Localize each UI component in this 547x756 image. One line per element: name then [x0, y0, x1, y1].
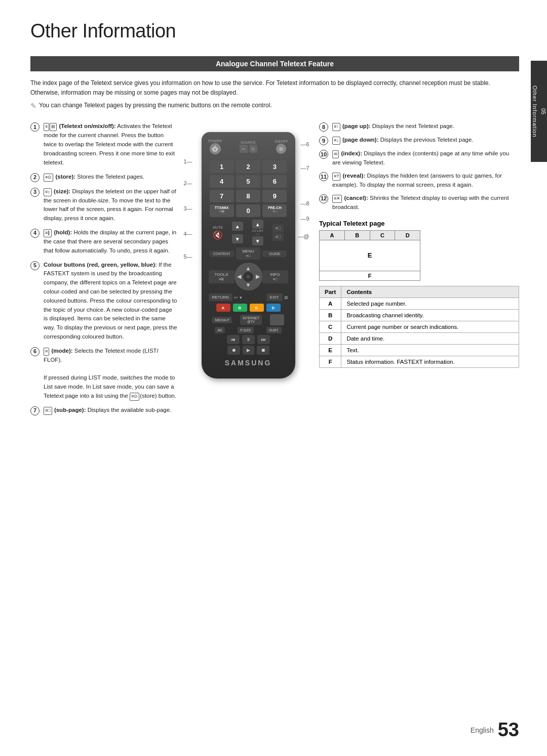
right-bullet-num-11: 11 — [319, 172, 328, 181]
bullet-num-4: 4 — [30, 229, 40, 238]
part-f: F — [320, 356, 341, 367]
source-label: SOURCE — [241, 141, 256, 144]
extra-btn-1[interactable]: ≡□ — [272, 224, 284, 232]
internet-btn[interactable]: INTERNET@TV — [240, 315, 262, 325]
side-tab: 05 Other Information — [531, 61, 547, 162]
return-btn[interactable]: RETURN — [209, 293, 232, 301]
list-item: 9 ≡↓ (page down): Displays the previous … — [319, 136, 519, 145]
vol-down[interactable]: ▼ — [232, 234, 243, 243]
teletext-cell-b: B — [345, 231, 370, 240]
list-item: 11 ≡? (reveal): Displays the hidden text… — [319, 172, 519, 190]
vol-up[interactable]: ▲ — [232, 222, 243, 231]
right-bullet-num-10: 10 — [319, 150, 328, 159]
list-item: 8 ≡↑ (page up): Displays the next Telete… — [319, 122, 519, 132]
btn-3[interactable]: 3 — [262, 160, 287, 173]
footer-english: English — [471, 726, 494, 734]
color-buttons: A B C D — [210, 304, 287, 312]
menu-btn[interactable]: MENU≡□ — [236, 247, 260, 260]
list-item: 7 ≡□ (sub-page): Displays the available … — [30, 406, 177, 415]
list-item: 3 ≡↕ (size): Displays the teletext on th… — [30, 187, 177, 223]
color-btn-c[interactable]: C — [250, 304, 264, 312]
btn-2[interactable]: 2 — [236, 160, 260, 173]
teletext-body: E — [320, 240, 420, 271]
btn-5[interactable]: 5 — [236, 175, 260, 188]
list-item: 12 ≡✕ (cancel): Shrinks the Teletext dis… — [319, 194, 519, 212]
ch-with-list: ▲ CH LIST≡⊙ ▼ — [252, 220, 263, 245]
bullet-num-5: 5 — [30, 261, 40, 270]
nav-row: TOOLS≡⊞ ▲ ▼ ◀ ▶ ⊡ INFO≡□ — [209, 261, 288, 292]
info-btn[interactable]: INFO≡□ — [262, 270, 288, 283]
bullet-num-2: 2 — [30, 173, 40, 182]
table-row: D Date and time. — [320, 332, 519, 344]
rewind-btn[interactable]: ⏮ — [227, 335, 240, 344]
list-item: 6 ≡ (mode): Selects the Teletext mode (L… — [30, 347, 177, 401]
col-header-contents: Contents — [341, 286, 519, 298]
btn-prech[interactable]: PRE-CH≡□ — [262, 204, 287, 217]
btn-8[interactable]: 8 — [236, 190, 260, 202]
tools-btn[interactable]: TOOLS≡⊞ — [209, 270, 235, 283]
power-button[interactable]: ⏻ — [210, 143, 221, 154]
guide-btn[interactable]: GUIDE — [262, 250, 287, 257]
onoff-button[interactable]: ◎ — [276, 144, 286, 154]
table-row: A Selected page number. — [320, 298, 519, 309]
teletext-cell-c: C — [370, 231, 396, 240]
contents-a: Selected page number. — [341, 298, 519, 309]
side-tab-label: Other Information — [532, 86, 538, 138]
btn-4[interactable]: 4 — [210, 175, 234, 188]
btn-6[interactable]: 6 — [262, 175, 287, 188]
right-bullet-num-9: 9 — [319, 136, 328, 145]
ch-up[interactable]: ▲ — [252, 220, 263, 229]
exit-area: EXIT ⊠ — [266, 293, 288, 301]
color-btn-a[interactable]: A — [216, 304, 230, 312]
table-row: F Status information. FASTEXT informatio… — [320, 356, 519, 367]
color-btn-b[interactable]: B — [233, 304, 247, 312]
teletext-diagram: A B C D E F — [319, 230, 420, 281]
btn-0[interactable]: 0 — [236, 204, 260, 217]
content-btn[interactable]: CONTENT — [210, 250, 234, 257]
subt-btn[interactable]: SUBT. — [266, 327, 282, 333]
table-row: E Text. — [320, 344, 519, 356]
page-title: Other Information — [30, 20, 519, 42]
source-btn2[interactable]: □ — [249, 145, 257, 153]
psize-btn[interactable]: P.SIZE — [238, 327, 253, 333]
nav-circle[interactable]: ▲ ▼ ◀ ▶ ⊡ — [235, 263, 262, 290]
intro-text: The index page of the Teletext service g… — [30, 78, 519, 98]
bullet-num-3: 3 — [30, 188, 40, 197]
source-btn[interactable]: ↔ — [240, 145, 248, 153]
return-area: RETURN ↩ ▾ — [209, 293, 242, 301]
table-row: C Current page number or search indicati… — [320, 321, 519, 332]
playback-row: ⏮ ⏸ ⏭ — [210, 335, 287, 344]
power-label: POWER — [209, 139, 222, 143]
teletext-title: Typical Teletext page — [319, 220, 519, 227]
ad-row: AD P.SIZE SUBT. — [209, 327, 288, 333]
btn-9[interactable]: 9 — [262, 190, 287, 202]
section-header: Analogue Channel Teletext Feature — [30, 56, 519, 71]
stop-btn[interactable]: ⏹ — [257, 346, 269, 355]
bullet-num-6: 6 — [30, 347, 40, 356]
vol-ch-row: MUTE 🔇 ▲ ▼ ▲ CH LIST≡⊙ ▼ — [209, 220, 288, 245]
contents-f: Status information. FASTEXT information. — [341, 356, 519, 367]
color-btn-d[interactable]: D — [266, 304, 281, 312]
ffwd-btn[interactable]: ⏭ — [257, 335, 270, 344]
smart-hub-btn[interactable] — [270, 314, 284, 325]
btn-7[interactable]: 7 — [210, 190, 234, 202]
contents-e: Text. — [341, 344, 519, 356]
btn-ttx[interactable]: TTX/MIX≡⊞ — [210, 204, 234, 217]
brand-label: SAMSUNG — [206, 359, 291, 367]
nav-ok[interactable]: ⊡ — [243, 272, 253, 282]
record-btn[interactable]: ⏺ — [227, 346, 240, 355]
teletext-footer: F — [320, 271, 420, 280]
mute-button[interactable]: 🔇 — [213, 230, 223, 240]
list-item: 10 ≡i (index): Displays the index (conte… — [319, 149, 519, 167]
ch-down[interactable]: ▼ — [252, 236, 263, 245]
media-p-btn[interactable]: MEDIA.P — [212, 317, 232, 323]
exit-btn[interactable]: EXIT — [266, 293, 283, 301]
play-btn[interactable]: ▶ — [243, 346, 254, 355]
bullet-num-7: 7 — [30, 406, 40, 415]
bullet-num-1: 1 — [30, 122, 40, 132]
ad-btn[interactable]: AD — [215, 327, 225, 333]
contents-d: Date and time. — [341, 332, 519, 344]
pause-btn[interactable]: ⏸ — [242, 335, 255, 344]
btn-1[interactable]: 1 — [210, 160, 234, 173]
extra-btn-2[interactable]: ≡□ — [272, 233, 284, 241]
